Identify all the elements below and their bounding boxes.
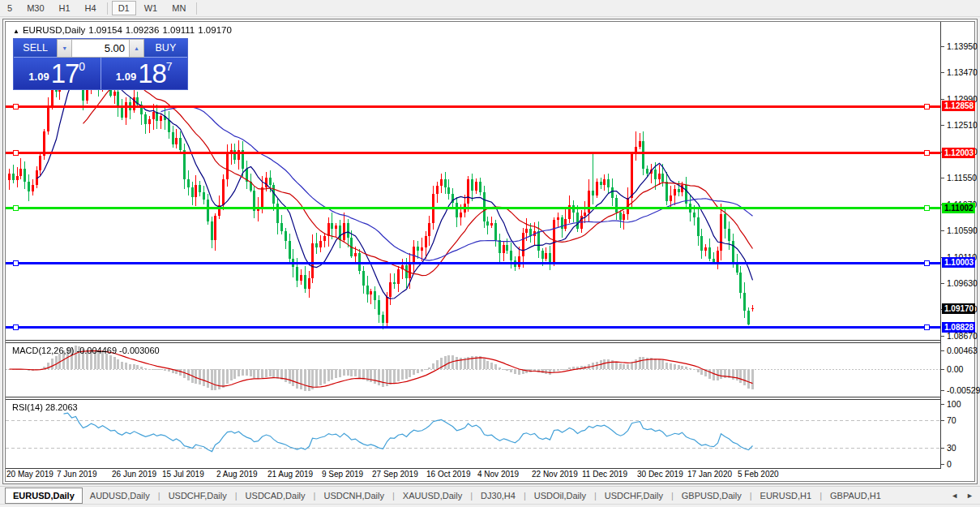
timeframe-button-d1[interactable]: D1 — [112, 1, 136, 15]
tab-scroll-right-icon[interactable]: ► — [966, 492, 974, 500]
panel-separator[interactable] — [6, 340, 941, 343]
buy-price-sup: 7 — [166, 60, 173, 73]
chart-tab-bar: EURUSD,DailyAUDUSD,Daily|USDCHF,Daily|US… — [0, 486, 980, 504]
macd-tick-label: 0.00463 — [941, 346, 978, 355]
ohlc-open: 1.09154 — [88, 25, 122, 35]
volume-input[interactable] — [72, 39, 129, 58]
volume-decrease-button[interactable]: ▼ — [57, 39, 72, 58]
buy-price-base: 1.09 — [116, 71, 136, 83]
tab-usdoil-daily[interactable]: USDOil,Daily — [527, 488, 593, 503]
timeframe-button-h1[interactable]: H1 — [53, 1, 77, 15]
macd-label: MACD(12,26,9) -0.004469 -0.003060 — [12, 346, 160, 355]
time-axis[interactable]: 20 May 20197 Jun 201926 Jun 201915 Jul 2… — [6, 470, 940, 481]
collapse-arrow-icon[interactable]: ▲ — [13, 28, 19, 35]
status-bar — [0, 504, 980, 507]
macd-tick-label: 0.00 — [941, 364, 963, 374]
rsi-tick-label: 30 — [941, 443, 956, 453]
sell-price-big: 17 — [51, 58, 79, 89]
tab-scroll-arrows: ◄► — [951, 492, 980, 500]
date-tick-label: 26 Jun 2019 — [112, 470, 156, 479]
volume-increase-button[interactable]: ▲ — [129, 39, 144, 58]
toolbar-separator — [107, 2, 108, 15]
timeframe-button-5[interactable]: 5 — [1, 1, 19, 15]
level-price-badge: 1.12858 — [942, 101, 975, 111]
chart-symbol-label: EURUSD,Daily — [23, 25, 85, 35]
chart-title: ▲EURUSD,Daily1.091541.092361.091111.0917… — [13, 25, 235, 35]
date-tick-label: 20 May 2019 — [6, 470, 53, 479]
chart-window: 1.139501.134701.129901.125101.120301.115… — [2, 19, 978, 484]
timeframe-button-m30[interactable]: M30 — [20, 1, 50, 15]
date-tick-label: 5 Feb 2020 — [738, 470, 779, 479]
time-axis-border — [6, 468, 941, 469]
date-tick-label: 21 Aug 2019 — [267, 470, 313, 479]
price-tick-label: 1.13470 — [941, 67, 978, 77]
date-tick-label: 27 Sep 2019 — [372, 470, 418, 479]
buy-button[interactable]: BUY — [144, 39, 187, 58]
rsi-tick-label: 100 — [941, 399, 961, 409]
date-tick-label: 15 Jul 2019 — [162, 470, 204, 479]
tab-scroll-left-icon[interactable]: ◄ — [951, 492, 958, 500]
sell-button[interactable]: SELL — [14, 39, 57, 58]
macd-tick-label: -0.005299 — [941, 385, 980, 395]
ohlc-low: 1.09111 — [162, 25, 195, 35]
date-tick-label: 9 Sep 2019 — [322, 470, 363, 479]
price-tick-label: 1.10590 — [941, 226, 978, 235]
level-price-badge: 1.11002 — [942, 203, 975, 213]
current-price-badge: 1.09170 — [942, 303, 975, 314]
buy-price-big: 18 — [138, 58, 166, 89]
chart-window-inner: 1.139501.134701.129901.125101.120301.115… — [5, 21, 975, 482]
level-price-badge: 1.12003 — [942, 148, 975, 158]
timeframe-toolbar: 5M30H1H4D1W1MN — [0, 0, 980, 17]
date-tick-label: 4 Nov 2019 — [477, 470, 519, 479]
tab-gbpusd-daily[interactable]: GBPUSD,Daily — [674, 488, 749, 503]
date-tick-label: 22 Nov 2019 — [532, 470, 578, 479]
chart-content: 1.139501.134701.129901.125101.120301.115… — [6, 22, 974, 481]
toolbar-separator — [196, 2, 197, 15]
tab-usdcad-daily[interactable]: USDCAD,Daily — [238, 488, 313, 503]
date-tick-label: 30 Dec 2019 — [637, 470, 683, 479]
tab-xauusd-daily[interactable]: XAUUSD,Daily — [396, 488, 469, 503]
tab-dj30-h4[interactable]: DJ30,H4 — [473, 488, 523, 503]
rsi-tick-label: 70 — [941, 415, 956, 425]
timeframe-button-h4[interactable]: H4 — [79, 1, 103, 15]
chevron-down-icon: ▼ — [62, 45, 67, 51]
sell-price-sup: 0 — [79, 60, 85, 73]
date-tick-label: 16 Oct 2019 — [426, 470, 470, 479]
tab-usdchf-daily[interactable]: USDCHF,Daily — [161, 488, 234, 503]
level-price-badge: 1.08828 — [942, 322, 975, 333]
price-axis[interactable]: 1.139501.134701.129901.125101.120301.115… — [940, 22, 974, 469]
price-tick-label: 1.13950 — [941, 41, 978, 51]
rsi-tick-label: 0 — [941, 459, 952, 469]
date-tick-label: 17 Jan 2020 — [687, 470, 732, 479]
tab-audusd-daily[interactable]: AUDUSD,Daily — [83, 488, 157, 503]
one-click-trading-panel: SELL ▼ ▲ BUY 1.09170 1.09187 — [13, 38, 188, 90]
date-tick-label: 11 Dec 2019 — [582, 470, 627, 479]
price-tick-label: 1.09630 — [941, 278, 978, 288]
sell-price-display[interactable]: 1.09170 — [14, 58, 101, 89]
rsi-indicator-canvas[interactable] — [6, 400, 940, 468]
timeframe-button-mn[interactable]: MN — [165, 1, 192, 15]
price-tick-label: 1.12510 — [941, 120, 978, 130]
level-price-badge: 1.10003 — [942, 257, 975, 268]
timeframe-button-w1[interactable]: W1 — [138, 1, 165, 15]
ohlc-close: 1.09170 — [198, 25, 232, 35]
chevron-up-icon: ▲ — [134, 45, 139, 51]
price-tick-label: 1.11550 — [941, 173, 977, 183]
tab-gbpaud-h1[interactable]: GBPAUD,H1 — [823, 488, 888, 503]
tab-eurusd-daily[interactable]: EURUSD,Daily — [5, 488, 83, 504]
date-tick-label: 2 Aug 2019 — [216, 470, 258, 479]
rsi-label: RSI(14) 28.2063 — [12, 402, 78, 412]
panel-separator[interactable] — [6, 397, 941, 400]
sell-price-base: 1.09 — [28, 71, 49, 83]
date-tick-label: 7 Jun 2019 — [57, 470, 97, 479]
tab-eurusd-h1[interactable]: EURUSD,H1 — [753, 488, 820, 503]
ohlc-high: 1.09236 — [126, 25, 160, 35]
buy-price-display[interactable]: 1.09187 — [101, 58, 188, 89]
tab-usdcnh-daily[interactable]: USDCNH,Daily — [316, 488, 392, 503]
tab-usdchf-daily[interactable]: USDCHF,Daily — [597, 488, 670, 503]
